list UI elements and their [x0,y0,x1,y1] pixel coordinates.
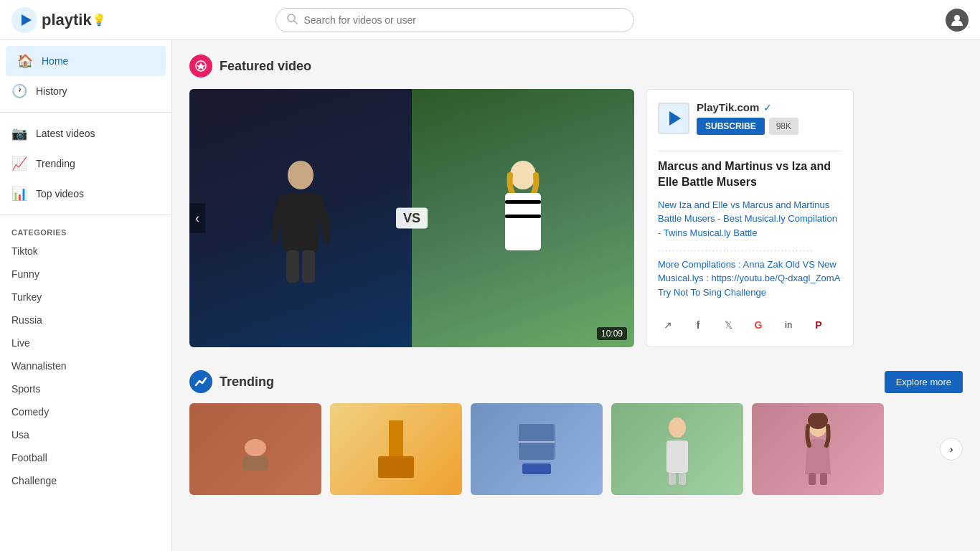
sidebar-cat-funny[interactable]: Funny [0,263,171,286]
search-bar [275,8,634,32]
video-desc-dots: ........................................… [658,242,842,255]
channel-info: PlayTik.com ✓ SUBSCRIBE 98K [658,101,842,135]
person-right-svg [494,154,552,283]
sidebar-cat-usa[interactable]: Usa [0,423,171,446]
sidebar-item-latest[interactable]: 📷 Latest videos [0,118,171,149]
subscriber-count: 98K [769,118,798,135]
sidebar-divider-1 [0,112,171,113]
google-icon[interactable]: G [748,315,768,335]
topnav-right [946,9,969,32]
logo-icon [11,7,37,33]
sidebar-item-trending[interactable]: 📈 Trending [0,149,171,179]
facebook-icon[interactable]: f [688,315,708,335]
svg-point-13 [510,161,536,189]
sidebar-cat-live[interactable]: Live [0,331,171,354]
panel-divider [658,151,842,151]
bar-chart-icon: 📊 [11,186,27,202]
trending-thumb-3 [471,403,603,495]
svg-rect-29 [679,473,686,485]
featured-thumb-left [189,89,412,347]
featured-video-thumb: VS [189,89,634,347]
featured-panel: PlayTik.com ✓ SUBSCRIBE 98K Marcus and M… [646,89,854,347]
home-icon: 🏠 [17,53,33,69]
featured-title: Featured video [220,59,311,74]
video-prev-btn[interactable]: ‹ [189,204,205,233]
sidebar-cat-challenge[interactable]: Challenge [0,469,171,492]
verified-icon: ✓ [763,102,772,113]
svg-rect-8 [283,193,319,250]
sidebar: 🏠 Home 🕐 History 📷 Latest videos 📈 Trend… [0,40,172,551]
svg-rect-32 [820,473,827,485]
trending-thumb-5 [752,403,884,495]
trending-title: Trending [220,375,274,390]
twitter-icon[interactable]: 𝕏 [718,315,738,335]
sidebar-cat-sports[interactable]: Sports [0,377,171,400]
featured-video[interactable]: VS ‹ 10:09 [189,89,634,347]
main-content: Featured video [172,40,980,551]
video-desc: New Iza and Elle vs Marcus and Martinus … [658,198,842,305]
trending-card-5[interactable] [752,403,884,495]
avatar[interactable] [946,9,969,32]
svg-point-4 [954,15,960,21]
sidebar-item-home-label: Home [42,55,68,67]
trending-thumb-2 [330,403,462,495]
linkedin-icon[interactable]: in [778,315,798,335]
categories-title: CATEGORIES [0,221,171,240]
trending-card-4[interactable] [611,403,743,495]
svg-rect-12 [302,250,315,283]
sidebar-divider-2 [0,215,171,215]
svg-rect-28 [669,473,676,485]
channel-logo [658,103,689,134]
topnav: playtik 💡 [0,0,980,40]
sidebar-item-latest-label: Latest videos [36,128,95,139]
share-icon[interactable]: ↗ [658,315,678,335]
bulb-icon[interactable]: 💡 [92,13,106,27]
svg-rect-21 [389,420,403,456]
sidebar-cat-russia[interactable]: Russia [0,309,171,331]
sidebar-item-home[interactable]: 🏠 Home [6,46,166,76]
video-title: Marcus and Martinus vs Iza and Elle Batt… [658,159,842,191]
sidebar-item-history[interactable]: 🕐 History [0,76,171,106]
video-duration: 10:09 [597,327,627,340]
trending-badge [189,370,212,393]
trending-thumb-1 [189,403,321,495]
svg-rect-15 [505,200,541,204]
explore-more-button[interactable]: Explore more [885,371,963,393]
logo-link[interactable]: playtik [11,7,92,33]
sidebar-item-top[interactable]: 📊 Top videos [0,179,171,209]
featured-thumb-right [412,89,634,347]
svg-point-7 [288,161,314,189]
trending-title-wrap: Trending [189,370,274,393]
trending-card-3[interactable] [471,403,603,495]
trending-grid-wrap: › [189,403,963,495]
sidebar-cat-football[interactable]: Football [0,446,171,469]
sidebar-cat-turkey[interactable]: Turkey [0,286,171,309]
featured-badge [189,55,212,77]
trending-icon: 📈 [11,156,27,171]
channel-name-wrap: PlayTik.com ✓ [697,101,798,113]
sidebar-item-trending-label: Trending [36,158,75,169]
trending-header: Trending Explore more [189,370,963,393]
camera-icon: 📷 [11,126,27,141]
svg-rect-31 [809,473,816,485]
pinterest-icon[interactable]: P [809,315,829,335]
svg-marker-6 [197,62,205,70]
trending-card-1[interactable] [189,403,321,495]
subscribe-button[interactable]: SUBSCRIBE [697,118,765,135]
sidebar-cat-tiktok[interactable]: Tiktok [0,240,171,263]
trending-next-btn[interactable]: › [940,438,963,461]
trending-card-2[interactable] [330,403,462,495]
search-icon [286,13,298,27]
svg-point-26 [669,418,686,438]
sidebar-cat-wannalisten[interactable]: Wannalisten [0,354,171,377]
trending-grid [189,403,963,495]
sidebar-item-history-label: History [36,85,67,97]
svg-line-9 [272,200,283,240]
svg-rect-16 [505,215,541,218]
svg-rect-27 [666,441,688,473]
search-input[interactable] [303,14,623,26]
svg-line-10 [319,200,329,240]
trending-thumb-4 [611,403,743,495]
sidebar-cat-comedy[interactable]: Comedy [0,400,171,423]
svg-rect-25 [522,463,551,474]
